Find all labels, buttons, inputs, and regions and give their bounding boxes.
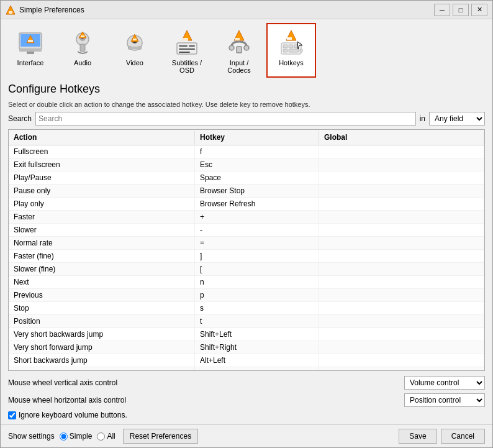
table-row[interactable]: Previous p [9, 289, 484, 302]
radio-group: Simple All [60, 432, 115, 441]
table-row[interactable]: Very short backwards jump Shift+Left [9, 328, 484, 341]
simple-radio[interactable] [60, 432, 68, 441]
title-bar: Simple Preferences ─ □ ✕ [1, 1, 492, 19]
content-area: Configure Hotkeys Select or double click… [1, 78, 492, 424]
page-description: Select or double click an action to chan… [8, 101, 485, 108]
cell-hotkey: Esc [195, 158, 319, 171]
cell-action: Normal rate [9, 237, 195, 249]
cell-action: Fullscreen [9, 145, 195, 158]
table-row[interactable]: Pause only Browser Stop [9, 185, 484, 198]
cell-global [319, 367, 484, 370]
reset-preferences-button[interactable]: Reset Preferences [123, 429, 198, 444]
table-row[interactable]: Normal rate = [9, 237, 484, 250]
mouse-horizontal-label: Mouse wheel horizontal axis control [8, 396, 399, 405]
cell-global [319, 276, 484, 288]
audio-label: Audio [74, 59, 91, 66]
cell-hotkey: Shift+Right [195, 341, 319, 354]
table-row[interactable]: Faster (fine) ] [9, 250, 484, 263]
table-row[interactable]: Next n [9, 276, 484, 289]
table-body: Fullscreen f Exit fullscreen Esc Play/Pa… [9, 145, 484, 370]
cell-hotkey: n [195, 276, 319, 288]
cell-hotkey: = [195, 237, 319, 249]
svg-rect-21 [133, 39, 137, 40]
all-radio-label[interactable]: All [97, 432, 115, 441]
close-button[interactable]: ✕ [471, 4, 487, 16]
cell-action: Previous [9, 289, 195, 301]
interface-label: Interface [17, 59, 44, 66]
cell-action: Exit fullscreen [9, 158, 195, 171]
svg-rect-19 [129, 47, 141, 49]
input-label: Input / Codecs [218, 59, 260, 74]
bottom-controls: Mouse wheel vertical axis control Volume… [8, 376, 485, 419]
ignore-keyboard-checkbox[interactable] [8, 411, 16, 419]
table-row[interactable]: Fullscreen f [9, 145, 484, 158]
table-row[interactable]: Short forward jump Alt+Right [9, 367, 484, 370]
cell-global [319, 185, 484, 197]
cell-global [319, 263, 484, 275]
save-button[interactable]: Save [399, 429, 436, 444]
window-title: Simple Preferences [19, 6, 434, 14]
cell-action: Slower (fine) [9, 263, 195, 275]
cell-action: Very short backwards jump [9, 328, 195, 341]
cell-global [319, 250, 484, 262]
table-header: Action Hotkey Global [9, 130, 484, 145]
mouse-horizontal-select[interactable]: Volume control Position control None [404, 393, 485, 407]
mouse-vertical-row: Mouse wheel vertical axis control Volume… [8, 376, 485, 390]
interface-icon [16, 28, 45, 58]
nav-item-subtitles[interactable]: Subtitles / OSD [162, 23, 212, 78]
svg-rect-26 [189, 45, 195, 47]
svg-point-31 [229, 45, 234, 50]
cell-hotkey: p [195, 289, 319, 301]
cell-hotkey: [ [195, 263, 319, 275]
table-row[interactable]: Slower (fine) [ [9, 263, 484, 276]
mouse-horizontal-row: Mouse wheel horizontal axis control Volu… [8, 393, 485, 407]
cell-action: Pause only [9, 185, 195, 197]
cell-hotkey: + [195, 211, 319, 223]
table-row[interactable]: Slower - [9, 224, 484, 237]
hotkeys-label: Hotkeys [279, 59, 304, 66]
cell-global [319, 211, 484, 223]
svg-rect-38 [289, 45, 293, 48]
table-row[interactable]: Position t [9, 315, 484, 328]
ignore-keyboard-label[interactable]: Ignore keyboard volume buttons. [19, 411, 127, 419]
maximize-button[interactable]: □ [453, 4, 469, 16]
svg-rect-5 [27, 52, 34, 54]
video-label: Video [126, 59, 143, 66]
table-row[interactable]: Very short forward jump Shift+Right [9, 341, 484, 354]
table-row[interactable]: Play/Pause Space [9, 171, 484, 185]
minimize-button[interactable]: ─ [434, 4, 450, 16]
mouse-vertical-select[interactable]: Volume control Position control None [404, 376, 485, 390]
cell-action: Short forward jump [9, 367, 195, 370]
cell-hotkey: - [195, 224, 319, 236]
cell-hotkey: ] [195, 250, 319, 262]
nav-item-audio[interactable]: Audio [58, 23, 107, 78]
table-row[interactable]: Short backwards jump Alt+Left [9, 354, 484, 367]
svg-rect-23 [182, 38, 188, 41]
field-select[interactable]: Any field Action Hotkey Global [429, 112, 485, 126]
search-input[interactable] [35, 112, 416, 126]
cell-hotkey: Alt+Left [195, 354, 319, 367]
in-label: in [420, 114, 425, 123]
table-row[interactable]: Play only Browser Refresh [9, 198, 484, 211]
cell-global [319, 302, 484, 314]
svg-rect-40 [283, 49, 287, 52]
table-row[interactable]: Stop s [9, 302, 484, 315]
show-settings-label: Show settings [8, 432, 55, 441]
simple-radio-label[interactable]: Simple [60, 432, 93, 441]
cell-hotkey: s [195, 302, 319, 314]
video-icon [120, 28, 150, 58]
nav-item-interface[interactable]: Interface [6, 23, 55, 78]
table-row[interactable]: Exit fullscreen Esc [9, 158, 484, 171]
table-row[interactable]: Faster + [9, 211, 484, 224]
cell-hotkey: Browser Refresh [195, 198, 319, 210]
cell-global [319, 145, 484, 158]
cell-global [319, 328, 484, 341]
all-radio[interactable] [97, 432, 105, 441]
cancel-button[interactable]: Cancel [441, 429, 485, 444]
nav-item-video[interactable]: Video [110, 23, 160, 78]
svg-rect-11 [80, 44, 85, 52]
nav-item-input[interactable]: Input / Codecs [214, 23, 264, 78]
nav-item-hotkeys[interactable]: Hotkeys [266, 23, 316, 78]
svg-rect-27 [179, 48, 195, 50]
header-hotkey: Hotkey [195, 131, 319, 144]
